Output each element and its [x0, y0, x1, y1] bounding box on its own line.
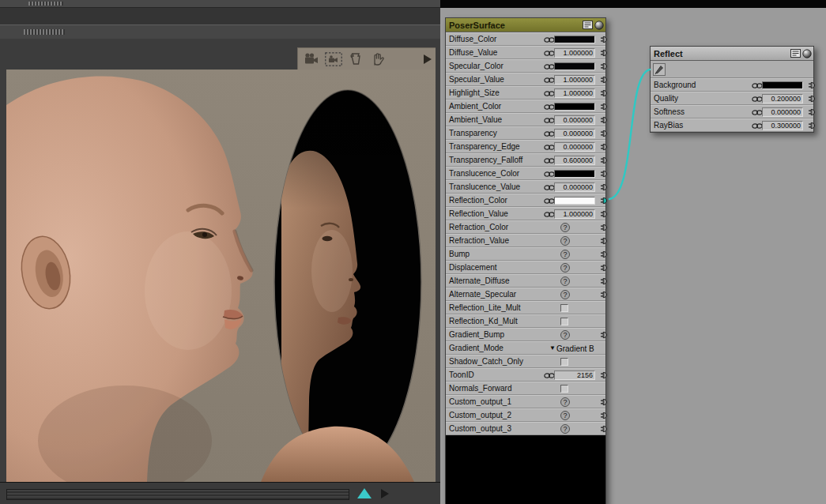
- node-reflect[interactable]: Reflect BackgroundQuality0.200000Softnes…: [650, 46, 814, 133]
- hand-icon[interactable]: [368, 51, 387, 67]
- link-icon[interactable]: [544, 50, 555, 57]
- link-icon[interactable]: [752, 122, 763, 130]
- node-title-bar[interactable]: Reflect: [651, 47, 813, 61]
- color-swatch[interactable]: [762, 81, 803, 89]
- plug-icon[interactable]: [808, 107, 817, 117]
- link-icon[interactable]: [544, 36, 555, 43]
- param-row-shadow_catch_only[interactable]: Shadow_Catch_Only: [446, 355, 605, 368]
- param-row-background[interactable]: Background: [651, 78, 813, 92]
- param-row-bump[interactable]: Bump?: [446, 247, 605, 261]
- plug-icon[interactable]: [600, 196, 609, 205]
- param-row-translucence_color[interactable]: Translucence_Color: [446, 167, 605, 180]
- param-row-ambient_value[interactable]: Ambient_Value0.000000: [446, 113, 605, 126]
- link-icon[interactable]: [544, 197, 555, 205]
- plug-icon[interactable]: [808, 94, 817, 103]
- param-row-alternate_specular[interactable]: Alternate_Specular?: [446, 288, 605, 301]
- playhead-marker[interactable]: [357, 488, 372, 498]
- checkbox[interactable]: [560, 318, 568, 325]
- value-field[interactable]: 0.000000: [554, 129, 595, 138]
- plug-icon[interactable]: [600, 424, 609, 434]
- param-row-diffuse_color[interactable]: Diffuse_Color: [446, 32, 605, 46]
- node-posersurface[interactable]: PoserSurface Diffuse_ColorDiffuse_Value1…: [445, 17, 606, 504]
- plug-icon[interactable]: [600, 62, 609, 71]
- panel-divider-bar[interactable]: [0, 24, 440, 39]
- param-row-ambient_color[interactable]: Ambient_Color: [446, 100, 605, 113]
- value-field[interactable]: 1.000000: [554, 209, 595, 219]
- question-icon[interactable]: ?: [560, 424, 570, 434]
- color-swatch[interactable]: [554, 36, 595, 43]
- flyout-arrow-icon[interactable]: [424, 55, 432, 64]
- plug-icon[interactable]: [600, 182, 609, 192]
- question-icon[interactable]: ?: [560, 263, 570, 273]
- param-row-displacement[interactable]: Displacement?: [446, 261, 605, 274]
- param-row-softness[interactable]: Softness0.000000: [651, 105, 813, 118]
- plug-icon[interactable]: [600, 276, 609, 286]
- plug-icon[interactable]: [600, 263, 609, 273]
- param-row-transparency[interactable]: Transparency0.000000: [446, 126, 605, 140]
- value-field[interactable]: 0.000000: [554, 115, 595, 125]
- link-icon[interactable]: [544, 171, 555, 178]
- question-icon[interactable]: ?: [560, 290, 570, 299]
- material-node-editor[interactable]: PoserSurface Diffuse_ColorDiffuse_Value1…: [440, 0, 826, 504]
- param-row-specular_value[interactable]: Specular_Value1.000000: [446, 73, 605, 86]
- param-row-gradient_mode[interactable]: Gradient_Mode▼Gradient B: [446, 341, 605, 355]
- param-row-reflection_kd_mult[interactable]: Reflection_Kd_Mult: [446, 314, 605, 328]
- plug-icon[interactable]: [600, 88, 609, 98]
- value-field[interactable]: 0.000000: [762, 107, 803, 117]
- dropdown[interactable]: ▼Gradient B: [549, 344, 603, 353]
- param-row-highlight_size[interactable]: Highlight_Size1.000000: [446, 86, 605, 100]
- plug-icon[interactable]: [600, 397, 609, 407]
- question-icon[interactable]: ?: [560, 276, 570, 286]
- link-icon[interactable]: [544, 63, 555, 70]
- node-title-bar[interactable]: PoserSurface: [446, 18, 605, 32]
- param-row-custom_output_3[interactable]: Custom_output_3?: [446, 422, 605, 435]
- param-row-specular_color[interactable]: Specular_Color: [446, 59, 605, 73]
- paint-icon[interactable]: [346, 51, 364, 67]
- camera-icon[interactable]: [302, 51, 320, 67]
- preview-viewport[interactable]: [6, 70, 436, 482]
- checkbox[interactable]: [560, 358, 568, 366]
- plug-icon[interactable]: [808, 121, 817, 130]
- plug-icon[interactable]: [600, 223, 609, 232]
- play-arrow-icon[interactable]: [381, 489, 389, 498]
- plug-icon[interactable]: [600, 169, 609, 179]
- value-field[interactable]: 0.200000: [762, 94, 803, 103]
- plug-icon[interactable]: [600, 411, 609, 420]
- param-row-custom_output_2[interactable]: Custom_output_2?: [446, 408, 605, 422]
- menu-icon[interactable]: [790, 49, 801, 58]
- color-swatch[interactable]: [554, 103, 595, 111]
- color-swatch[interactable]: [554, 170, 595, 178]
- param-row-transparency_falloff[interactable]: Transparency_Falloff0.600000: [446, 153, 605, 167]
- value-field[interactable]: 0.000000: [554, 182, 595, 192]
- link-icon[interactable]: [752, 82, 763, 89]
- panel-grip[interactable]: [24, 29, 65, 35]
- param-row-transparency_edge[interactable]: Transparency_Edge0.000000: [446, 140, 605, 153]
- plug-icon[interactable]: [600, 48, 609, 58]
- link-icon[interactable]: [752, 109, 763, 116]
- param-row-alternate_diffuse[interactable]: Alternate_Diffuse?: [446, 274, 605, 288]
- link-icon[interactable]: [544, 144, 555, 151]
- question-icon[interactable]: ?: [560, 330, 570, 340]
- param-row-raybias[interactable]: RayBias0.300000: [651, 118, 813, 132]
- link-icon[interactable]: [752, 96, 763, 103]
- link-icon[interactable]: [544, 90, 555, 97]
- value-field[interactable]: 1.000000: [554, 88, 595, 98]
- link-icon[interactable]: [544, 157, 555, 164]
- param-row-toonid[interactable]: ToonID2156: [446, 368, 605, 382]
- menu-icon[interactable]: [583, 21, 593, 29]
- checkbox[interactable]: [560, 304, 568, 312]
- link-icon[interactable]: [544, 184, 555, 191]
- link-icon[interactable]: [544, 211, 555, 218]
- param-row-reflection_value[interactable]: Reflection_Value1.000000: [446, 207, 605, 220]
- sphere-icon[interactable]: [594, 21, 604, 30]
- plug-icon[interactable]: [600, 290, 609, 299]
- link-icon[interactable]: [544, 372, 555, 379]
- value-field[interactable]: 0.600000: [554, 156, 595, 165]
- param-row-gradient_bump[interactable]: Gradient_Bump?: [446, 328, 605, 341]
- param-row-quality[interactable]: Quality0.200000: [651, 92, 813, 105]
- horizontal-scrollbar[interactable]: [6, 489, 349, 500]
- link-icon[interactable]: [544, 130, 555, 137]
- plug-icon[interactable]: [600, 129, 609, 138]
- param-row-translucence_value[interactable]: Translucence_Value0.000000: [446, 180, 605, 194]
- plug-icon[interactable]: [808, 81, 817, 90]
